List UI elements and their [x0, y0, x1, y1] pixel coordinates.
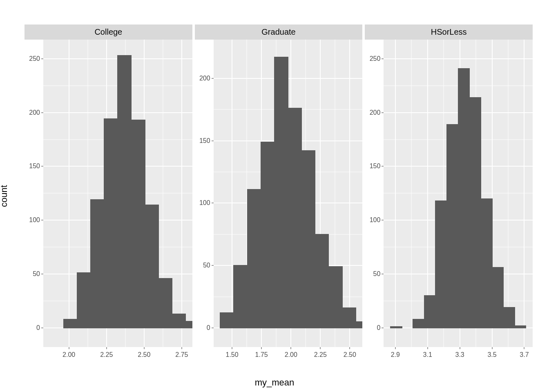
x-tick-mark — [350, 347, 350, 349]
facet-graduate: Graduate0501001502001.501.752.002.252.50 — [195, 24, 363, 363]
x-tick-mark — [261, 347, 262, 349]
histogram-bar — [261, 142, 274, 328]
panel-row: 050100150200 — [195, 40, 363, 347]
y-axis-label: count — [0, 185, 9, 207]
histogram-bar — [458, 69, 470, 328]
y-tick-label: 50 — [373, 270, 381, 278]
histogram-bar — [328, 267, 342, 328]
y-tick-label: 100 — [29, 216, 40, 224]
x-axis: 1.501.752.002.252.50 — [214, 347, 363, 363]
x-tick-label: 3.1 — [423, 351, 432, 359]
histogram-bar — [91, 200, 104, 328]
y-axis: 050100150200 — [195, 40, 214, 347]
x-tick-label: 3.7 — [520, 351, 529, 359]
histogram-bar — [447, 125, 458, 328]
y-axis: 050100150200250 — [25, 40, 43, 347]
y-tick-label: 100 — [370, 216, 381, 224]
y-tick-label: 50 — [203, 262, 210, 269]
gridline-v — [395, 40, 396, 347]
histogram-bar — [288, 108, 301, 328]
y-tick-label: 150 — [29, 163, 40, 170]
histogram-bar — [315, 234, 328, 328]
facet-college: College0501001502002502.002.252.502.75 — [25, 24, 192, 363]
y-tick-label: 200 — [29, 109, 40, 116]
facet-strip: College — [25, 24, 192, 40]
histogram-bar — [274, 57, 288, 328]
y-axis: 050100150200250 — [365, 40, 384, 347]
x-axis: 2.93.13.33.53.7 — [384, 347, 533, 363]
figure: count College0501001502002502.002.252.50… — [0, 0, 549, 392]
x-axis-label: my_mean — [255, 377, 295, 388]
histogram-bar — [158, 278, 172, 328]
histogram-bar — [248, 189, 261, 328]
gridline-v — [69, 40, 69, 347]
histogram-bar — [77, 273, 91, 327]
x-tick-label: 1.75 — [255, 351, 268, 359]
histogram-bar — [481, 199, 492, 328]
facet-hsorless: HSorLess0501001502002502.93.13.33.53.7 — [365, 24, 533, 363]
x-tick-label: 2.75 — [175, 351, 188, 359]
x-axis: 2.002.252.502.75 — [43, 347, 192, 363]
facet-strip: HSorLess — [365, 24, 533, 40]
histogram-bar — [131, 120, 145, 328]
x-tick-label: 2.50 — [344, 351, 356, 359]
histogram-bar — [503, 307, 515, 328]
x-tick-mark — [427, 347, 428, 349]
y-tick-label: 250 — [29, 55, 40, 62]
histogram-bar — [104, 119, 118, 327]
facet-strip: Graduate — [195, 24, 363, 40]
x-tick-mark — [524, 347, 524, 349]
y-tick-label: 150 — [199, 137, 210, 145]
gridline-v — [524, 40, 524, 347]
histogram-bar — [391, 327, 402, 328]
histogram-bar — [356, 322, 363, 328]
x-tick-mark — [181, 347, 182, 349]
x-tick-label: 2.50 — [138, 351, 150, 359]
gridline-h — [384, 58, 533, 59]
y-tick-label: 200 — [370, 109, 381, 116]
plot-panel — [384, 40, 533, 347]
y-tick-label: 0 — [207, 324, 210, 332]
y-tick-label: 200 — [199, 75, 210, 82]
histogram-bar — [435, 201, 447, 328]
x-tick-label: 3.5 — [487, 351, 496, 359]
gridline-v-minor — [508, 40, 509, 347]
x-tick-label: 2.25 — [314, 351, 327, 359]
histogram-bar — [234, 265, 247, 328]
gridline-h — [214, 78, 363, 79]
x-tick-mark — [460, 347, 460, 349]
x-axis-row: 2.002.252.502.75 — [25, 347, 192, 363]
panel-row: 050100150200250 — [25, 40, 192, 347]
facets-row: College0501001502002502.002.252.502.75Gr… — [8, 24, 533, 363]
x-tick-label: 3.3 — [455, 351, 464, 359]
gridline-v-minor — [411, 40, 412, 347]
plot-panel — [43, 40, 192, 347]
y-tick-label: 100 — [199, 199, 210, 207]
y-tick-label: 0 — [36, 324, 40, 332]
histogram-bar — [64, 319, 77, 328]
histogram-bar — [172, 314, 185, 328]
y-tick-label: 50 — [33, 270, 40, 278]
gridline-v — [349, 40, 350, 347]
histogram-bar — [301, 151, 315, 328]
y-tick-label: 0 — [377, 324, 380, 332]
x-axis-row: 2.93.13.33.53.7 — [365, 347, 533, 363]
histogram-bar — [342, 308, 356, 328]
histogram-bar — [424, 296, 436, 328]
x-tick-label: 2.00 — [62, 351, 75, 359]
histogram-bar — [413, 319, 424, 328]
histogram-bar — [515, 326, 526, 328]
x-tick-mark — [395, 347, 395, 349]
x-tick-label: 2.00 — [285, 351, 297, 359]
gridline-v — [181, 40, 182, 347]
x-tick-mark — [320, 347, 321, 349]
x-tick-mark — [106, 347, 107, 349]
x-tick-mark — [492, 347, 492, 349]
histogram-bar — [118, 56, 131, 328]
x-tick-label: 1.50 — [225, 351, 238, 359]
gridline-v — [232, 40, 232, 347]
y-tick-label: 250 — [370, 55, 381, 62]
histogram-bar — [220, 313, 234, 328]
x-tick-mark — [291, 347, 291, 349]
histogram-bar — [185, 321, 192, 328]
